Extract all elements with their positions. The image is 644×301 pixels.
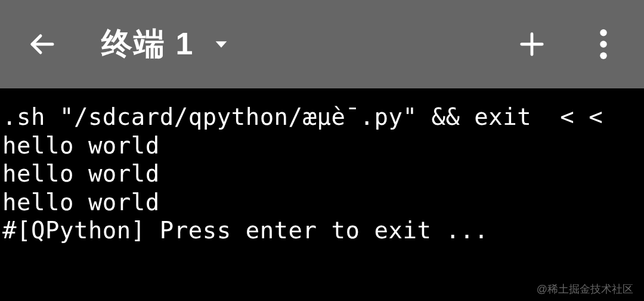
terminal-line: hello world — [2, 188, 642, 217]
terminal-line: #[QPython] Press enter to exit ... — [2, 216, 642, 245]
svg-point-6 — [600, 52, 607, 59]
svg-point-5 — [600, 41, 607, 48]
terminal-line: .sh "/sdcard/qpython/æµè¯.py" && exit < … — [2, 103, 642, 131]
back-button[interactable] — [24, 26, 60, 62]
app-header: 终端 1 — [0, 0, 644, 88]
terminal-title-dropdown[interactable]: 终端 1 — [101, 23, 230, 65]
svg-point-4 — [600, 29, 607, 36]
terminal-output[interactable]: .sh "/sdcard/qpython/æµè¯.py" && exit < … — [0, 88, 644, 245]
more-options-button[interactable] — [592, 26, 615, 62]
terminal-title: 终端 1 — [101, 23, 194, 65]
chevron-down-icon — [213, 36, 230, 53]
plus-icon — [518, 30, 546, 58]
more-vertical-icon — [600, 29, 607, 59]
terminal-line: hello world — [2, 131, 642, 160]
add-terminal-button[interactable] — [514, 26, 550, 62]
watermark: @稀土掘金技术社区 — [537, 282, 633, 296]
terminal-line: hello world — [2, 159, 642, 188]
svg-marker-1 — [216, 41, 227, 48]
arrow-left-icon — [27, 30, 56, 59]
